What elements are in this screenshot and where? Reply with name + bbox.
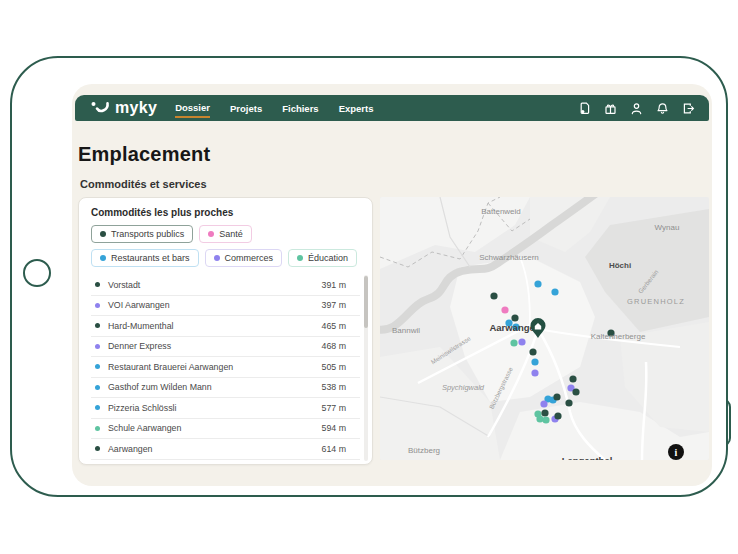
chip-category-dot bbox=[100, 255, 106, 261]
map-marker[interactable] bbox=[569, 375, 576, 382]
map-marker[interactable] bbox=[554, 412, 561, 419]
user-icon[interactable] bbox=[630, 102, 643, 115]
map-marker[interactable] bbox=[553, 393, 560, 400]
filter-chip-transports-publics[interactable]: Transports publics bbox=[91, 225, 193, 243]
amenities-card-title: Commodités les plus proches bbox=[91, 207, 360, 218]
chip-category-dot bbox=[297, 255, 303, 261]
item-distance: 538 m bbox=[322, 382, 360, 392]
item-category-dot bbox=[95, 303, 100, 308]
item-category-dot bbox=[95, 344, 100, 349]
list-item-vorstadt[interactable]: Vorstadt391 m bbox=[91, 275, 360, 296]
list-item-pizzeria-schlossli[interactable]: Pizzeria Schlössli577 m bbox=[91, 398, 360, 419]
nav-item-fichiers[interactable]: Fichiers bbox=[282, 99, 318, 117]
map-info-button[interactable]: i bbox=[668, 444, 684, 460]
tablet-screen: myky DossierProjetsFichiersExperts Empla… bbox=[72, 84, 712, 486]
map-marker[interactable] bbox=[551, 288, 558, 295]
item-distance: 577 m bbox=[322, 403, 360, 413]
item-distance: 505 m bbox=[322, 362, 360, 372]
chip-category-dot bbox=[208, 231, 214, 237]
list-item-hardmumenthal[interactable]: Hard-Mumenthal465 m bbox=[91, 316, 360, 337]
item-category-dot bbox=[95, 282, 100, 287]
map-label-hochi: Höchi bbox=[609, 261, 631, 270]
map-marker[interactable] bbox=[518, 338, 525, 345]
myky-logo-icon bbox=[89, 100, 111, 117]
document-icon[interactable] bbox=[578, 102, 591, 115]
list-item-restaurant-brauerei-aarwangen[interactable]: Restaurant Brauerei Aarwangen505 m bbox=[91, 357, 360, 378]
nav-item-projets[interactable]: Projets bbox=[230, 99, 262, 117]
filter-chip-commerces[interactable]: Commerces bbox=[205, 249, 283, 267]
tablet-frame: myky DossierProjetsFichiersExperts Empla… bbox=[10, 56, 728, 497]
list-item-gasthof-zum-wilden-mann[interactable]: Gasthof zum Wilden Mann538 m bbox=[91, 378, 360, 399]
list-item-schule-aarwangen[interactable]: Schule Aarwangen594 m bbox=[91, 419, 360, 440]
navbar-icons bbox=[578, 102, 695, 115]
filter-chip-restaurants-et-bars[interactable]: Restaurants et bars bbox=[91, 249, 199, 267]
gift-icon[interactable] bbox=[604, 102, 617, 115]
page-background: myky DossierProjetsFichiersExperts Empla… bbox=[0, 0, 738, 554]
item-name: Pizzeria Schlössli bbox=[108, 403, 176, 413]
item-distance: 594 m bbox=[322, 423, 360, 433]
item-category-dot bbox=[95, 426, 100, 431]
chip-category-dot bbox=[100, 231, 106, 237]
map-marker[interactable] bbox=[536, 415, 543, 422]
chip-label: Restaurants et bars bbox=[111, 253, 190, 263]
map-marker[interactable] bbox=[531, 369, 538, 376]
item-name: Restaurant Brauerei Aarwangen bbox=[108, 362, 233, 372]
scrollbar-thumb[interactable] bbox=[364, 276, 368, 328]
map-marker[interactable] bbox=[541, 409, 548, 416]
filter-chip-education[interactable]: Éducation bbox=[288, 249, 357, 267]
map-marker[interactable] bbox=[501, 306, 508, 313]
map-marker[interactable] bbox=[540, 400, 547, 407]
map-marker[interactable] bbox=[534, 280, 541, 287]
list-scrollbar[interactable] bbox=[364, 275, 368, 461]
nav-item-experts[interactable]: Experts bbox=[339, 99, 374, 117]
map-marker[interactable] bbox=[511, 314, 518, 321]
page-title: Emplacement bbox=[78, 143, 712, 166]
map-label-gruenholz: GRUENHOLZ bbox=[627, 297, 685, 306]
brand-logo[interactable]: myky bbox=[89, 99, 157, 117]
logout-icon[interactable] bbox=[682, 102, 695, 115]
chip-label: Santé bbox=[219, 229, 243, 239]
chip-label: Transports publics bbox=[111, 229, 184, 239]
list-item-voi-aarwangen[interactable]: VOI Aarwangen397 m bbox=[91, 296, 360, 317]
map-marker[interactable] bbox=[572, 388, 579, 395]
map-canvas[interactable]: BattenweidWynauSchwarzhäusernHöchiGerber… bbox=[380, 197, 709, 460]
map-label-kaltenherberge: Kaltenherberge bbox=[591, 332, 646, 341]
list-item-aarwangen[interactable]: Aarwangen614 m bbox=[91, 439, 360, 460]
item-distance: 614 m bbox=[322, 444, 360, 454]
item-distance: 397 m bbox=[322, 300, 360, 310]
map-marker[interactable] bbox=[529, 348, 536, 355]
tablet-home-button bbox=[23, 259, 51, 287]
item-name: Aarwangen bbox=[108, 444, 153, 454]
chip-category-dot bbox=[214, 255, 220, 261]
map-label-wynau: Wynau bbox=[655, 223, 680, 232]
item-name: Gasthof zum Wilden Mann bbox=[108, 382, 212, 392]
map-label-schwarzhausern: Schwarzhäusern bbox=[479, 253, 539, 262]
amenities-list: Vorstadt391 mVOI Aarwangen397 mHard-Mume… bbox=[91, 275, 360, 460]
item-category-dot bbox=[95, 446, 100, 451]
list-item-denner-express[interactable]: Denner Express468 m bbox=[91, 337, 360, 358]
chip-label: Commerces bbox=[225, 253, 274, 263]
amenities-card: Commodités les plus proches Transports p… bbox=[78, 197, 373, 465]
bell-icon[interactable] bbox=[656, 102, 669, 115]
chip-label: Éducation bbox=[308, 253, 348, 263]
map-label-langenthal: Langenthal bbox=[562, 455, 613, 460]
map-label-bannwil: Bannwil bbox=[392, 326, 420, 335]
map-marker[interactable] bbox=[510, 339, 517, 346]
nav-item-dossier[interactable]: Dossier bbox=[175, 98, 210, 118]
map[interactable]: BattenweidWynauSchwarzhäusernHöchiGerber… bbox=[380, 197, 709, 460]
item-name: VOI Aarwangen bbox=[108, 300, 170, 310]
item-category-dot bbox=[95, 364, 100, 369]
map-marker[interactable] bbox=[531, 358, 538, 365]
item-name: Hard-Mumenthal bbox=[108, 321, 174, 331]
map-marker[interactable] bbox=[542, 416, 549, 423]
item-name: Vorstadt bbox=[108, 280, 140, 290]
amenities-list-wrap: Vorstadt391 mVOI Aarwangen397 mHard-Mume… bbox=[91, 275, 360, 463]
map-marker[interactable] bbox=[490, 292, 497, 299]
brand-name: myky bbox=[115, 99, 157, 117]
item-category-dot bbox=[95, 405, 100, 410]
content-area: Commodités les plus proches Transports p… bbox=[72, 197, 712, 486]
map-marker[interactable] bbox=[565, 399, 572, 406]
filter-chip-sante[interactable]: Santé bbox=[199, 225, 252, 243]
item-name: Schule Aarwangen bbox=[108, 423, 181, 433]
item-distance: 391 m bbox=[322, 280, 360, 290]
